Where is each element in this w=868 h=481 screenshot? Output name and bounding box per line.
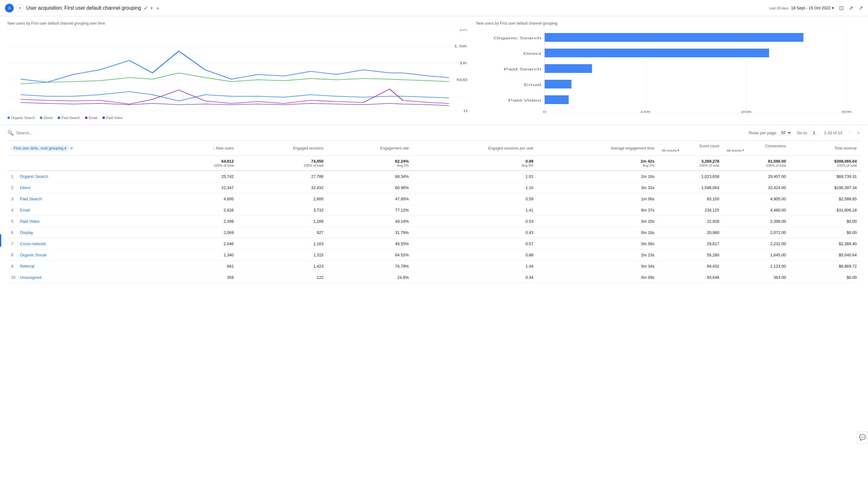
channel-name[interactable]: Paid Search — [20, 197, 42, 201]
legend-paid-video-label: Paid Video — [106, 116, 123, 120]
svg-text:Paid Video: Paid Video — [508, 99, 541, 102]
engaged-sessions-cell: 1,423 — [238, 261, 327, 272]
channel-name[interactable]: Email — [20, 208, 30, 212]
legend-paid-search[interactable]: Paid Search — [58, 116, 80, 120]
date-label: Last 28 days — [769, 6, 788, 10]
goto-area: Go to: — [797, 130, 819, 135]
event-count-dropdown-icon: ▾ — [678, 148, 679, 152]
channel-name[interactable]: Display — [20, 230, 33, 235]
bar-paid-search[interactable] — [545, 64, 592, 73]
svg-text:0: 0 — [543, 110, 547, 113]
insights-icon[interactable]: ↗ — [858, 5, 863, 11]
add-comparison-button[interactable]: ＋ — [155, 4, 161, 12]
legend-direct-label: Direct — [43, 116, 53, 120]
new-users-cell: 25,742 — [171, 171, 238, 182]
engagement-rate-header[interactable]: Engagement rate — [327, 141, 412, 156]
channel-name[interactable]: Direct — [20, 185, 31, 190]
total-avg-time: 2m 42s Avg 0% — [537, 156, 658, 171]
sidebar-indicator — [0, 234, 1, 247]
event-count-header[interactable]: Event count All events ▾ — [658, 141, 723, 156]
bar-direct[interactable] — [545, 49, 769, 57]
verified-icon: ✓ — [144, 5, 148, 11]
table-row: 8 Organic Social 1,340 1,315 64.52% 0.88… — [7, 249, 861, 261]
next-page-button[interactable]: › — [857, 129, 861, 137]
total-revenue-header[interactable]: Total revenue — [790, 141, 861, 156]
dimension-column-header[interactable]: First user defa...nnel grouping ▾ + — [7, 141, 171, 156]
engaged-per-user-cell: 0.57 — [412, 238, 537, 249]
engaged-sessions-header[interactable]: Engaged sessions — [238, 141, 327, 156]
event-count-filter[interactable]: All events ▾ — [662, 148, 719, 152]
svg-text:1K: 1K — [459, 61, 467, 65]
organic-search-dot — [7, 117, 10, 119]
engagement-rate-cell: 76.79% — [327, 261, 412, 272]
channel-cell: 8 Organic Social — [7, 249, 171, 261]
channel-name[interactable]: Paid Video — [20, 219, 39, 224]
rows-per-page: Rows per page: 10 25 50 — [749, 130, 792, 136]
total-event-count: 3,269,278 100% of total — [658, 156, 723, 171]
row-number: 9 — [11, 264, 18, 269]
page-info: 1-10 of 13 — [824, 130, 842, 135]
channel-cell: 7 Cross-network — [7, 238, 171, 249]
share-icon[interactable]: ⇗ — [849, 5, 854, 11]
svg-text:25: 25 — [126, 113, 133, 113]
channel-name[interactable]: Cross-network — [20, 241, 46, 246]
row-number: 10 — [11, 275, 18, 280]
svg-text:Organic Search: Organic Search — [494, 36, 541, 40]
engagement-rate-cell: 77.12% — [327, 205, 412, 216]
svg-text:10K: 10K — [640, 110, 651, 113]
title-dropdown-icon[interactable]: ▾ — [151, 6, 153, 10]
search-input[interactable] — [16, 130, 79, 135]
channel-name[interactable]: Unassigned — [20, 275, 41, 280]
engaged-sessions-cell: 27,786 — [238, 171, 327, 182]
engaged-per-user-cell: 1.41 — [412, 205, 537, 216]
new-users-header[interactable]: ↓ New users — [171, 141, 238, 156]
legend-email[interactable]: Email — [85, 116, 97, 120]
goto-input[interactable] — [809, 130, 819, 135]
engaged-sessions-cell: 122 — [238, 272, 327, 283]
channel-cell: 10 Unassigned — [7, 272, 171, 283]
svg-text:Direct: Direct — [523, 52, 541, 56]
prev-page-button[interactable]: ‹ — [847, 129, 851, 137]
conversions-header[interactable]: Conversions All events ▾ — [723, 141, 789, 156]
engaged-per-user-cell: 1.44 — [412, 261, 537, 272]
bar-email[interactable] — [545, 80, 571, 88]
charts-area: New users by First user default channel … — [0, 16, 868, 125]
channel-cell: 5 Paid Video — [7, 216, 171, 227]
edit-icon[interactable]: ⊡ — [839, 5, 844, 11]
new-users-cell: 1,340 — [171, 249, 238, 261]
bar-paid-video[interactable] — [545, 95, 569, 104]
engaged-per-user-header[interactable]: Engaged sessions per user — [412, 141, 537, 156]
dimension-filter-tag[interactable]: First user defa...nnel grouping ▾ — [11, 146, 69, 151]
table-body: 64,812 100% of total 74,050 100% of tota… — [7, 156, 861, 283]
avatar[interactable]: A — [5, 4, 14, 12]
channel-name[interactable]: Referral — [20, 264, 34, 269]
add-property-button[interactable]: + — [16, 4, 24, 12]
revenue-cell: $2,389.40 — [790, 238, 861, 249]
legend-direct[interactable]: Direct — [40, 116, 53, 120]
bar-organic-search[interactable] — [545, 33, 804, 42]
revenue-cell: $6,869.72 — [790, 261, 861, 272]
legend-paid-video[interactable]: Paid Video — [102, 116, 123, 120]
engaged-per-user-cell: 0.88 — [412, 249, 537, 261]
revenue-cell: $2,588.65 — [790, 193, 861, 205]
rows-per-page-select[interactable]: 10 25 50 — [778, 130, 792, 136]
svg-text:02: 02 — [235, 113, 242, 113]
conversions-cell: 32,424.00 — [723, 182, 789, 193]
total-engaged-sessions: 74,050 100% of total — [238, 156, 327, 171]
avg-engagement-time-header[interactable]: Average engagement time — [537, 141, 658, 156]
add-dimension-button[interactable]: + — [70, 146, 73, 151]
engagement-rate-cell: 68.34% — [327, 171, 412, 182]
engaged-per-user-cell: 1.10 — [412, 182, 537, 193]
channel-name[interactable]: Organic Search — [20, 174, 48, 179]
conversions-filter[interactable]: All events ▾ — [727, 148, 786, 152]
engaged-sessions-cell: 1,289 — [238, 216, 327, 227]
search-icon: 🔍 — [7, 130, 14, 136]
revenue-cell: $0.00 — [790, 227, 861, 238]
channel-name[interactable]: Organic Social — [20, 253, 46, 257]
svg-text:Email: Email — [524, 83, 541, 87]
legend-organic-search[interactable]: Organic Search — [7, 116, 35, 120]
bar-chart-svg: Organic Search Direct Paid Search Email … — [476, 29, 861, 113]
engaged-sessions-cell: 2,800 — [238, 193, 327, 205]
date-range-selector[interactable]: Last 28 days 18 Sept - 15 Oct 2022 ▾ — [769, 6, 834, 10]
table-row: 2 Direct 22,347 32,432 60.96% 1.10 3m 32… — [7, 182, 861, 193]
